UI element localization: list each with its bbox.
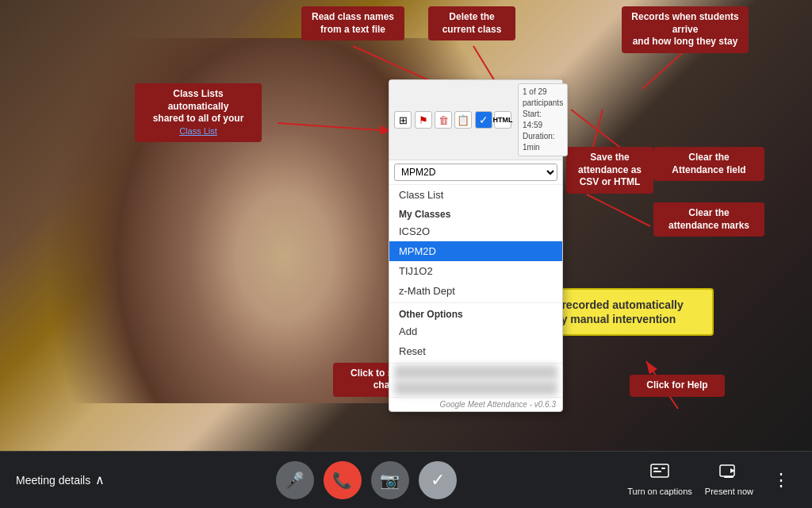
chevron-up-icon: ∧ (95, 472, 105, 487)
svg-rect-15 (724, 476, 733, 478)
trash-icon[interactable]: 🗑 (435, 111, 452, 129)
video-area: Read class names from a text file Delete… (0, 0, 812, 451)
annotation-save-attendance: Save theattendance asCSV or HTML (566, 147, 653, 194)
annotation-records: Records when students arriveand how long… (622, 6, 749, 53)
svg-rect-13 (661, 468, 665, 469)
start-time: Start: 14:59 (523, 109, 563, 131)
extension-popup: ⊞ ⚑ 🗑 📋 ✓ HTML 1 of 29 participants Star… (389, 79, 563, 412)
annotation-read-class: Read class names from a text file (301, 6, 404, 40)
blurred-name-1 (394, 365, 557, 379)
captions-label: Turn on captions (627, 487, 692, 496)
present-control[interactable]: Present now (705, 464, 753, 496)
class-list-item[interactable]: Class List (389, 185, 562, 205)
class-list-label: Class List (399, 189, 443, 201)
mic-button[interactable]: 🎤 (276, 461, 314, 499)
captions-icon (650, 464, 669, 483)
annotation-clear-attendance: Clear theAttendance field (653, 147, 764, 181)
captions-control[interactable]: Turn on captions (627, 464, 692, 496)
bottom-bar: Meeting details ∧ 🎤 📞 📷 ✓ (0, 451, 812, 508)
more-options-button[interactable]: ⋮ (766, 464, 796, 497)
camera-icon: 📷 (380, 471, 400, 490)
class-ics2o[interactable]: ICS2O (389, 221, 562, 241)
popup-selector: MPM2D ICS2O TIJ1O2 z-Math Dept (389, 160, 562, 185)
check-icon[interactable]: ✓ (475, 111, 492, 129)
meeting-details-label: Meeting details (16, 474, 90, 487)
present-label: Present now (705, 487, 753, 496)
my-classes-label: My Classes (399, 209, 450, 220)
html-icon[interactable]: HTML (494, 111, 511, 129)
flag-icon[interactable]: ⚑ (415, 111, 432, 129)
check-status-icon: ✓ (431, 470, 445, 491)
toolbar-left-group: ⊞ (394, 111, 412, 129)
version-text: Google Meet Attendance - v0.6.3 (440, 400, 556, 409)
doc-icon[interactable]: 📋 (454, 111, 472, 129)
annotation-delete-class: Delete thecurrent class (428, 6, 515, 40)
controls-right: Turn on captions Present now ⋮ (627, 464, 796, 497)
class-mpm2d[interactable]: MPM2D (389, 241, 562, 261)
toolbar-mid-group: ⚑ 🗑 📋 (415, 111, 472, 129)
present-icon (719, 464, 738, 483)
class-dropdown[interactable]: MPM2D ICS2O TIJ1O2 z-Math Dept (394, 164, 557, 181)
popup-version: Google Meet Attendance - v0.6.3 (389, 397, 562, 411)
popup-info: 1 of 29 participants Start: 14:59 Durati… (518, 83, 568, 156)
other-options-label: Other Options (399, 309, 463, 320)
meeting-details[interactable]: Meeting details ∧ (16, 472, 105, 487)
other-options-header: Other Options (389, 305, 562, 321)
add-option[interactable]: Add (389, 321, 562, 341)
app: Read class names from a text file Delete… (0, 0, 812, 508)
toolbar-right-group: ✓ HTML (475, 111, 511, 129)
annotation-class-lists: Class Lists automaticallyshared to all o… (135, 83, 262, 142)
annotation-clear-marks: Clear theattendance marks (653, 202, 764, 237)
my-classes-header: My Classes (389, 205, 562, 221)
end-call-button[interactable]: 📞 (324, 461, 362, 499)
controls-center: 🎤 📞 📷 ✓ (105, 461, 627, 499)
camera-button[interactable]: 📷 (371, 461, 409, 499)
popup-toolbar: ⊞ ⚑ 🗑 📋 ✓ HTML 1 of 29 participants Star… (389, 80, 562, 160)
grid-icon[interactable]: ⊞ (394, 111, 412, 129)
annotation-click-help: Click for Help (630, 375, 725, 397)
phone-end-icon: 📞 (332, 471, 352, 490)
svg-rect-11 (653, 468, 658, 469)
mic-icon: 🎤 (285, 471, 304, 490)
reset-option[interactable]: Reset (389, 341, 562, 361)
class-zmath[interactable]: z-Math Dept (389, 281, 562, 301)
class-tij1o2[interactable]: TIJ1O2 (389, 261, 562, 281)
blurred-name-2 (394, 381, 557, 395)
svg-rect-12 (653, 471, 661, 472)
participant-count: 1 of 29 participants (523, 87, 563, 109)
menu-divider-2 (389, 363, 562, 364)
menu-divider-1 (389, 302, 562, 303)
status-button[interactable]: ✓ (419, 461, 457, 499)
duration: Duration: 1min (523, 131, 563, 153)
